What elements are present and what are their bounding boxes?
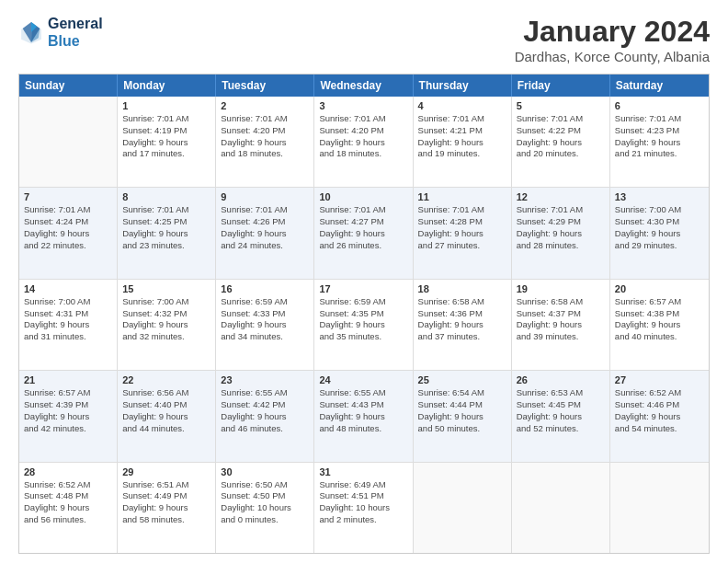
- day-number: 29: [122, 466, 210, 477]
- calendar-cell: 15Sunrise: 7:00 AMSunset: 4:32 PMDayligh…: [118, 280, 216, 370]
- subtitle: Dardhas, Korce County, Albania: [515, 49, 710, 64]
- calendar-cell: 8Sunrise: 7:01 AMSunset: 4:25 PMDaylight…: [118, 188, 216, 278]
- calendar-cell: [414, 463, 512, 553]
- cell-info-line: Daylight: 9 hours: [418, 228, 506, 240]
- cell-info-line: Sunset: 4:48 PM: [24, 490, 112, 502]
- calendar-cell: 14Sunrise: 7:00 AMSunset: 4:31 PMDayligh…: [19, 280, 118, 370]
- cell-info-line: Daylight: 10 hours: [221, 502, 309, 514]
- calendar-body: 1Sunrise: 7:01 AMSunset: 4:19 PMDaylight…: [19, 97, 709, 553]
- cell-info-line: and 46 minutes.: [221, 423, 309, 435]
- calendar-cell: 2Sunrise: 7:01 AMSunset: 4:20 PMDaylight…: [216, 97, 314, 187]
- cell-info-line: Sunrise: 7:00 AM: [615, 204, 704, 216]
- cell-info-line: Sunset: 4:37 PM: [517, 308, 605, 320]
- cell-info-line: Daylight: 9 hours: [122, 502, 210, 514]
- cell-info-line: Sunset: 4:50 PM: [221, 490, 309, 502]
- calendar-cell: 22Sunrise: 6:56 AMSunset: 4:40 PMDayligh…: [118, 371, 216, 461]
- cell-info-line: and 17 minutes.: [122, 148, 210, 160]
- cell-info-line: Sunrise: 7:00 AM: [24, 296, 112, 308]
- cell-info-line: and 24 minutes.: [221, 240, 309, 252]
- cell-info-line: and 31 minutes.: [24, 331, 112, 343]
- page: General Blue January 2024 Dardhas, Korce…: [0, 0, 728, 563]
- day-number: 27: [615, 374, 704, 385]
- cell-info-line: Sunrise: 6:54 AM: [418, 387, 506, 399]
- calendar-cell: [610, 463, 709, 553]
- cell-info-line: and 20 minutes.: [517, 148, 605, 160]
- cell-info-line: Sunset: 4:44 PM: [418, 399, 506, 411]
- calendar-cell: 13Sunrise: 7:00 AMSunset: 4:30 PMDayligh…: [610, 188, 709, 278]
- cell-info-line: Daylight: 9 hours: [517, 228, 605, 240]
- cell-info-line: Sunset: 4:35 PM: [319, 308, 407, 320]
- day-number: 1: [122, 100, 210, 111]
- cell-info-line: and 28 minutes.: [517, 240, 605, 252]
- header: General Blue January 2024 Dardhas, Korce…: [18, 15, 710, 64]
- cell-info-line: and 40 minutes.: [615, 331, 704, 343]
- cell-info-line: Daylight: 9 hours: [319, 228, 407, 240]
- cell-info-line: Daylight: 9 hours: [615, 228, 704, 240]
- cell-info-line: and 52 minutes.: [517, 423, 605, 435]
- header-day-saturday: Saturday: [610, 75, 709, 97]
- calendar-cell: 28Sunrise: 6:52 AMSunset: 4:48 PMDayligh…: [19, 463, 118, 553]
- cell-info-line: Sunrise: 7:00 AM: [122, 296, 210, 308]
- cell-info-line: Sunset: 4:31 PM: [24, 308, 112, 320]
- cell-info-line: Sunset: 4:25 PM: [122, 216, 210, 228]
- day-number: 5: [517, 100, 605, 111]
- calendar-cell: 20Sunrise: 6:57 AMSunset: 4:38 PMDayligh…: [610, 280, 709, 370]
- cell-info-line: and 58 minutes.: [122, 514, 210, 526]
- cell-info-line: Sunset: 4:21 PM: [418, 125, 506, 137]
- cell-info-line: Daylight: 9 hours: [24, 319, 112, 331]
- day-number: 9: [221, 191, 309, 202]
- day-number: 7: [24, 191, 112, 202]
- day-number: 18: [418, 283, 506, 294]
- day-number: 21: [24, 374, 112, 385]
- cell-info-line: Sunrise: 6:57 AM: [615, 296, 704, 308]
- header-day-friday: Friday: [512, 75, 610, 97]
- calendar-row-3: 14Sunrise: 7:00 AMSunset: 4:31 PMDayligh…: [19, 280, 709, 371]
- calendar-cell: 4Sunrise: 7:01 AMSunset: 4:21 PMDaylight…: [414, 97, 512, 187]
- cell-info-line: Sunset: 4:43 PM: [319, 399, 407, 411]
- cell-info-line: Sunset: 4:20 PM: [319, 125, 407, 137]
- cell-info-line: Daylight: 9 hours: [517, 411, 605, 423]
- cell-info-line: Sunrise: 6:53 AM: [517, 387, 605, 399]
- cell-info-line: Daylight: 9 hours: [24, 502, 112, 514]
- day-number: 26: [517, 374, 605, 385]
- day-number: 16: [221, 283, 309, 294]
- cell-info-line: Sunrise: 7:01 AM: [615, 113, 704, 125]
- cell-info-line: Sunset: 4:33 PM: [221, 308, 309, 320]
- cell-info-line: Daylight: 9 hours: [122, 137, 210, 149]
- calendar-cell: 24Sunrise: 6:55 AMSunset: 4:43 PMDayligh…: [314, 371, 413, 461]
- calendar-cell: 25Sunrise: 6:54 AMSunset: 4:44 PMDayligh…: [414, 371, 512, 461]
- cell-info-line: Sunset: 4:36 PM: [418, 308, 506, 320]
- cell-info-line: and 19 minutes.: [418, 148, 506, 160]
- day-number: 28: [24, 466, 112, 477]
- day-number: 22: [122, 374, 210, 385]
- day-number: 15: [122, 283, 210, 294]
- calendar-cell: 7Sunrise: 7:01 AMSunset: 4:24 PMDaylight…: [19, 188, 118, 278]
- calendar-row-2: 7Sunrise: 7:01 AMSunset: 4:24 PMDaylight…: [19, 188, 709, 279]
- cell-info-line: Sunset: 4:38 PM: [615, 308, 704, 320]
- calendar-cell: 21Sunrise: 6:57 AMSunset: 4:39 PMDayligh…: [19, 371, 118, 461]
- cell-info-line: Sunrise: 7:01 AM: [517, 204, 605, 216]
- header-day-wednesday: Wednesday: [314, 75, 413, 97]
- day-number: 30: [221, 466, 309, 477]
- calendar-cell: 6Sunrise: 7:01 AMSunset: 4:23 PMDaylight…: [610, 97, 709, 187]
- cell-info-line: and 0 minutes.: [221, 514, 309, 526]
- cell-info-line: and 29 minutes.: [615, 240, 704, 252]
- cell-info-line: Daylight: 9 hours: [615, 137, 704, 149]
- cell-info-line: Sunrise: 6:52 AM: [24, 479, 112, 491]
- calendar-cell: 9Sunrise: 7:01 AMSunset: 4:26 PMDaylight…: [216, 188, 314, 278]
- cell-info-line: Sunset: 4:28 PM: [418, 216, 506, 228]
- cell-info-line: Daylight: 9 hours: [517, 137, 605, 149]
- calendar-cell: [512, 463, 610, 553]
- cell-info-line: Sunset: 4:40 PM: [122, 399, 210, 411]
- cell-info-line: Sunrise: 6:52 AM: [615, 387, 704, 399]
- cell-info-line: Sunset: 4:42 PM: [221, 399, 309, 411]
- cell-info-line: Sunrise: 6:59 AM: [319, 296, 407, 308]
- cell-info-line: Sunset: 4:24 PM: [24, 216, 112, 228]
- cell-info-line: and 27 minutes.: [418, 240, 506, 252]
- cell-info-line: and 56 minutes.: [24, 514, 112, 526]
- cell-info-line: Daylight: 9 hours: [122, 411, 210, 423]
- cell-info-line: Sunset: 4:23 PM: [615, 125, 704, 137]
- cell-info-line: Sunset: 4:19 PM: [122, 125, 210, 137]
- day-number: 23: [221, 374, 309, 385]
- cell-info-line: Daylight: 9 hours: [517, 319, 605, 331]
